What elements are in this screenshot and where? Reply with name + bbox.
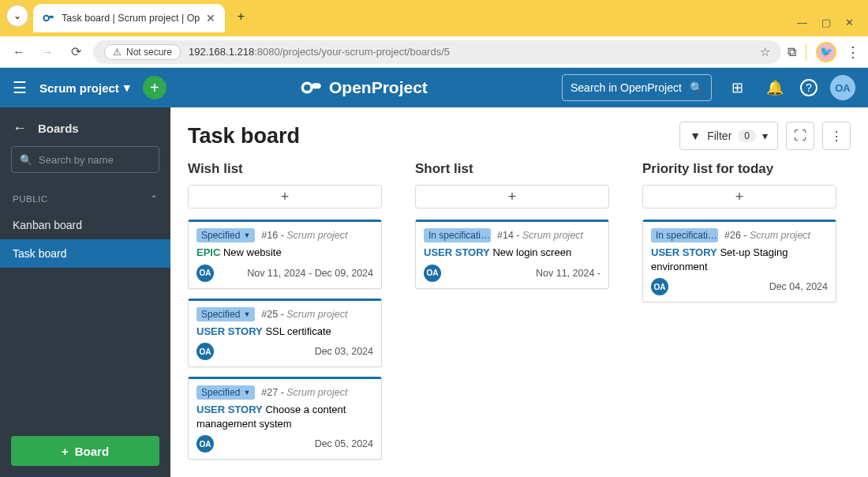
search-placeholder: Search in OpenProject bbox=[571, 81, 682, 94]
work-package-type: USER STORY bbox=[651, 246, 717, 258]
caret-down-icon: ▼ bbox=[243, 389, 250, 396]
sidebar-item-task-board[interactable]: Task board bbox=[0, 239, 170, 268]
assignee-avatar[interactable]: OA bbox=[424, 265, 441, 282]
tab-menu-button[interactable]: ⌄ bbox=[6, 5, 28, 27]
sidebar: ← Boards 🔍 Search by name PUBLIC ⌃ Kanba… bbox=[0, 107, 170, 477]
status-label: Specified bbox=[201, 309, 240, 320]
assignee-avatar[interactable]: OA bbox=[196, 343, 214, 360]
status-label: In specificati… bbox=[428, 230, 490, 241]
assignee-avatar[interactable]: OA bbox=[196, 435, 214, 453]
profile-avatar[interactable]: 🐦 bbox=[816, 42, 836, 62]
card-meta: #16 - Scrum project bbox=[261, 230, 347, 241]
bookmark-star-icon[interactable]: ☆ bbox=[760, 45, 770, 59]
nav-forward-button[interactable]: → bbox=[36, 41, 58, 63]
fullscreen-button[interactable]: ⛶ bbox=[786, 122, 814, 150]
section-label: PUBLIC bbox=[13, 194, 48, 204]
work-package-type: EPIC bbox=[196, 246, 220, 258]
card-meta: #14 - Scrum project bbox=[497, 230, 583, 241]
board-card[interactable]: In specificati…▼#14 - Scrum projectUSER … bbox=[415, 220, 609, 289]
hamburger-icon[interactable]: ☰ bbox=[13, 78, 27, 97]
work-package-title: New website bbox=[223, 246, 282, 258]
board-card[interactable]: Specified▼#27 - Scrum projectUSER STORY … bbox=[188, 377, 382, 460]
status-label: In specificati… bbox=[656, 230, 717, 241]
board-column: Wish list+Specified▼#16 - Scrum projectE… bbox=[188, 161, 382, 469]
work-package-type: USER STORY bbox=[196, 325, 263, 337]
caret-down-icon: ▾ bbox=[762, 130, 768, 142]
filter-count: 0 bbox=[738, 130, 756, 142]
extensions-icon[interactable]: ⧉ bbox=[788, 45, 796, 59]
sidebar-item-kanban-board[interactable]: Kanban board bbox=[0, 211, 170, 239]
global-search[interactable]: Search in OpenProject 🔍 bbox=[562, 74, 712, 101]
sidebar-section-public[interactable]: PUBLIC ⌃ bbox=[0, 182, 170, 211]
favicon-openproject-icon bbox=[43, 12, 55, 24]
status-label: Specified bbox=[201, 387, 240, 398]
card-meta: #25 - Scrum project bbox=[261, 309, 347, 320]
window-minimize-button[interactable]: — bbox=[797, 17, 807, 28]
modules-grid-icon[interactable]: ⊞ bbox=[724, 79, 750, 96]
card-title: USER STORY SSL certificate bbox=[196, 325, 373, 339]
sidebar-search-placeholder: Search by name bbox=[39, 154, 114, 166]
help-icon[interactable]: ? bbox=[800, 79, 817, 96]
board-card[interactable]: Specified▼#25 - Scrum projectUSER STORY … bbox=[188, 299, 382, 368]
card-title: USER STORY Choose a content management s… bbox=[196, 403, 373, 430]
add-board-button[interactable]: + Board bbox=[11, 436, 159, 466]
caret-down-icon: ▼ bbox=[243, 310, 250, 318]
nav-back-button[interactable]: ← bbox=[8, 41, 30, 63]
work-package-type: USER STORY bbox=[196, 404, 263, 415]
add-card-button[interactable]: + bbox=[188, 185, 382, 208]
add-board-label: Board bbox=[75, 445, 109, 458]
caret-down-icon: ▼ bbox=[243, 231, 250, 239]
filter-icon: ▼ bbox=[690, 130, 701, 142]
search-icon: 🔍 bbox=[690, 81, 703, 94]
more-menu-button[interactable]: ⋮ bbox=[822, 122, 851, 150]
column-title[interactable]: Short list bbox=[415, 161, 609, 177]
security-label: Not secure bbox=[126, 47, 172, 58]
browser-tab[interactable]: Task board | Scrum project | Op ✕ bbox=[33, 4, 225, 32]
sidebar-search[interactable]: 🔍 Search by name bbox=[11, 146, 159, 173]
board-main: Task board ▼ Filter 0 ▾ ⛶ ⋮ Wish list+Sp… bbox=[170, 107, 868, 477]
tab-close-icon[interactable]: ✕ bbox=[206, 12, 215, 24]
status-chip[interactable]: Specified▼ bbox=[196, 307, 255, 321]
nav-reload-button[interactable]: ⟳ bbox=[65, 41, 87, 63]
assignee-avatar[interactable]: OA bbox=[196, 265, 214, 282]
filter-label: Filter bbox=[707, 130, 731, 142]
board-column: Short list+In specificati…▼#14 - Scrum p… bbox=[415, 161, 609, 469]
status-chip[interactable]: In specificati…▼ bbox=[424, 228, 491, 242]
chrome-menu-button[interactable]: ⋮ bbox=[846, 43, 860, 61]
sidebar-back-icon[interactable]: ← bbox=[13, 120, 27, 137]
url-field[interactable]: ⚠ Not secure 192.168.1.218:8080/projects… bbox=[93, 40, 781, 64]
card-meta: #26 - Scrum project bbox=[724, 230, 810, 241]
column-title[interactable]: Wish list bbox=[188, 161, 382, 177]
add-card-button[interactable]: + bbox=[642, 185, 836, 208]
card-dates: Dec 04, 2024 bbox=[769, 281, 828, 292]
status-chip[interactable]: In specificati…▼ bbox=[651, 228, 718, 242]
plus-icon: + bbox=[62, 445, 69, 458]
sidebar-title: Boards bbox=[38, 122, 79, 135]
board-card[interactable]: Specified▼#16 - Scrum projectEPIC New we… bbox=[188, 220, 382, 289]
global-add-button[interactable]: + bbox=[143, 76, 166, 100]
status-chip[interactable]: Specified▼ bbox=[196, 228, 255, 242]
project-selector[interactable]: Scrum project ▾ bbox=[39, 81, 130, 95]
add-card-button[interactable]: + bbox=[415, 185, 609, 208]
filter-button[interactable]: ▼ Filter 0 ▾ bbox=[679, 122, 778, 150]
brand-name: OpenProject bbox=[329, 78, 428, 97]
column-title[interactable]: Priority list for today bbox=[642, 161, 836, 177]
work-package-type: USER STORY bbox=[424, 246, 490, 258]
window-maximize-button[interactable]: ▢ bbox=[821, 17, 831, 28]
user-avatar[interactable]: OA bbox=[830, 75, 855, 100]
board-column: Priority list for today+In specificati…▼… bbox=[642, 161, 836, 469]
assignee-avatar[interactable]: OA bbox=[651, 278, 668, 295]
board-card[interactable]: In specificati…▼#26 - Scrum projectUSER … bbox=[642, 220, 836, 302]
new-tab-button[interactable]: + bbox=[230, 6, 252, 28]
caret-down-icon: ▾ bbox=[124, 81, 130, 95]
svg-point-2 bbox=[302, 83, 312, 92]
security-chip[interactable]: ⚠ Not secure bbox=[104, 44, 181, 60]
app-header: ☰ Scrum project ▾ + OpenProject Search i… bbox=[0, 68, 868, 107]
card-dates: Nov 11, 2024 - Dec 09, 2024 bbox=[247, 268, 373, 279]
brand-logo[interactable]: OpenProject bbox=[301, 77, 428, 99]
chevron-up-icon: ⌃ bbox=[150, 193, 159, 205]
notifications-bell-icon[interactable]: 🔔 bbox=[762, 79, 788, 96]
window-close-button[interactable]: ✕ bbox=[845, 17, 854, 28]
status-chip[interactable]: Specified▼ bbox=[196, 385, 255, 400]
svg-point-0 bbox=[43, 16, 49, 21]
